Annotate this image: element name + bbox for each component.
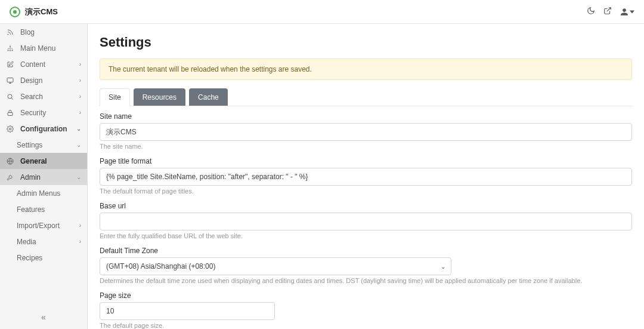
form-group-base-url: Base url Enter the fully qualified base … xyxy=(100,202,632,239)
form-group-page-size: Page size The default page size. xyxy=(100,291,632,329)
sidebar-item-search[interactable]: Search › xyxy=(0,88,87,104)
chevron-right-icon: › xyxy=(79,77,81,84)
user-menu[interactable] xyxy=(620,8,634,16)
svg-line-0 xyxy=(607,8,611,11)
chevron-down-icon: ⌄ xyxy=(76,174,81,180)
sidebar-item-admin[interactable]: Admin ⌄ xyxy=(0,169,87,185)
edit-icon xyxy=(6,61,14,68)
sidebar-item-label: Security xyxy=(20,109,46,117)
sidebar-item-label: Features xyxy=(17,205,45,214)
page-title-format-label: Page title format xyxy=(100,157,632,165)
brand-title: 演示CMS xyxy=(25,7,58,17)
sidebar-item-recipes[interactable]: Recipes xyxy=(0,250,87,266)
gear-icon xyxy=(6,125,14,133)
sidebar-item-content[interactable]: Content › xyxy=(0,56,87,72)
page-title-format-help: The default format of page titles. xyxy=(100,187,632,195)
svg-rect-11 xyxy=(8,112,13,115)
brand-logo-icon xyxy=(10,7,20,17)
svg-point-1 xyxy=(8,34,8,35)
chevron-right-icon: › xyxy=(79,93,81,100)
chevron-right-icon: › xyxy=(79,222,81,229)
tab-site[interactable]: Site xyxy=(100,88,130,106)
site-name-help: The site name. xyxy=(100,143,632,150)
sidebar-item-media[interactable]: Media › xyxy=(0,233,87,250)
sidebar-item-label: Admin Menus xyxy=(17,189,60,198)
sidebar-item-label: Main Menu xyxy=(20,44,55,53)
sidebar-item-configuration[interactable]: Configuration ⌄ xyxy=(0,121,87,137)
sidebar-item-label: Admin xyxy=(20,173,41,182)
tab-cache[interactable]: Cache xyxy=(189,88,228,106)
tab-resources[interactable]: Resources xyxy=(134,88,185,106)
sidebar-item-label: Search xyxy=(20,93,43,101)
sidebar-item-label: Configuration xyxy=(20,125,67,133)
svg-rect-6 xyxy=(7,78,13,82)
monitor-icon xyxy=(6,77,14,84)
base-url-help: Enter the fully qualified base URL of th… xyxy=(100,232,632,239)
form-group-site-name: Site name The site name. xyxy=(100,112,632,150)
sidebar-item-blog[interactable]: Blog xyxy=(0,24,87,40)
chevron-right-icon: › xyxy=(79,109,81,116)
sidebar-item-admin-menus[interactable]: Admin Menus xyxy=(0,185,87,201)
wrench-icon xyxy=(6,174,14,181)
chevron-down-icon: ⌄ xyxy=(76,125,81,132)
external-link-icon[interactable] xyxy=(603,7,612,17)
sidebar-item-label: Import/Export xyxy=(17,222,60,230)
globe-icon xyxy=(6,158,14,165)
timezone-select[interactable] xyxy=(100,257,451,275)
sidebar-item-label: Design xyxy=(20,76,42,85)
page-title: Settings xyxy=(100,35,632,50)
tabs: Site Resources Cache xyxy=(100,88,632,106)
form-group-timezone: Default Time Zone ⌄ Determines the defau… xyxy=(100,247,632,284)
svg-point-5 xyxy=(12,50,13,51)
timezone-help: Determines the default time zone used wh… xyxy=(100,277,632,284)
theme-toggle-icon[interactable] xyxy=(587,7,595,17)
sidebar-item-general[interactable]: General xyxy=(0,153,87,169)
svg-point-12 xyxy=(10,128,11,130)
sidebar-item-label: Content xyxy=(20,60,45,69)
brand[interactable]: 演示CMS xyxy=(10,7,58,17)
site-name-label: Site name xyxy=(100,112,632,121)
site-name-input[interactable] xyxy=(100,123,632,141)
svg-point-2 xyxy=(10,45,11,47)
sidebar-item-settings[interactable]: Settings ⌄ xyxy=(0,137,87,153)
chevron-right-icon: › xyxy=(79,61,81,67)
page-size-help: The default page size. xyxy=(100,322,632,329)
sidebar-item-label: Settings xyxy=(17,141,42,149)
chevron-down-icon: ⌄ xyxy=(76,142,81,148)
topbar: 演示CMS xyxy=(0,0,644,24)
base-url-label: Base url xyxy=(100,202,632,210)
timezone-label: Default Time Zone xyxy=(100,247,632,255)
sidebar-item-label: General xyxy=(20,157,47,165)
blog-icon xyxy=(6,29,14,36)
sidebar-collapse-toggle[interactable]: « xyxy=(0,312,87,322)
sidebar-item-features[interactable]: Features xyxy=(0,201,87,217)
page-size-input[interactable] xyxy=(100,302,275,320)
lock-icon xyxy=(6,109,14,116)
svg-point-9 xyxy=(8,94,12,99)
sidebar-item-label: Recipes xyxy=(17,254,42,262)
sidebar-item-label: Blog xyxy=(20,28,35,36)
base-url-input[interactable] xyxy=(100,213,632,230)
sidebar-item-import-export[interactable]: Import/Export › xyxy=(0,217,87,233)
sidebar: Blog Main Menu Content › Design › Search… xyxy=(0,24,88,329)
svg-line-10 xyxy=(11,98,13,99)
form-group-page-title-format: Page title format The default format of … xyxy=(100,157,632,195)
sidebar-item-security[interactable]: Security › xyxy=(0,104,87,121)
svg-point-3 xyxy=(8,50,9,51)
sitemap-icon xyxy=(6,45,14,52)
sidebar-item-label: Media xyxy=(17,238,36,246)
page-size-label: Page size xyxy=(100,291,632,300)
sidebar-item-main-menu[interactable]: Main Menu xyxy=(0,40,87,56)
search-icon xyxy=(6,93,14,100)
svg-point-4 xyxy=(10,50,11,51)
page-title-format-input[interactable] xyxy=(100,168,632,186)
chevron-right-icon: › xyxy=(79,238,81,245)
alert-warning: The current tenant will be reloaded when… xyxy=(100,59,632,80)
topbar-actions xyxy=(587,7,634,17)
sidebar-item-design[interactable]: Design › xyxy=(0,72,87,88)
main-content: Settings The current tenant will be relo… xyxy=(88,24,644,329)
